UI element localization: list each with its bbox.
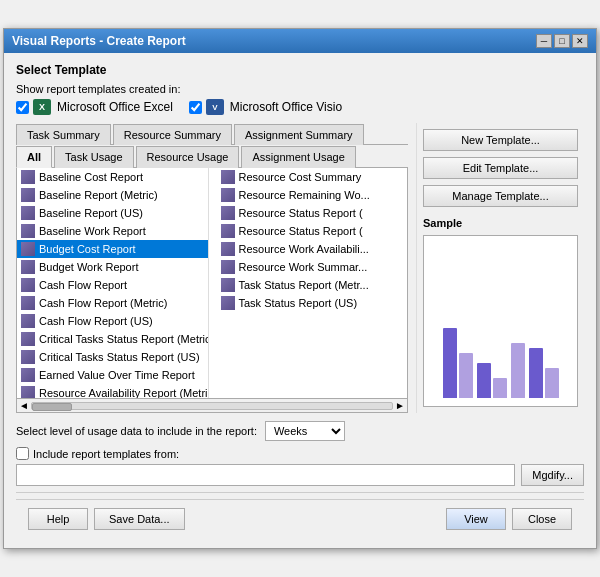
- tab-task-summary[interactable]: Task Summary: [16, 124, 111, 145]
- tab-all[interactable]: All: [16, 146, 52, 168]
- usage-label: Select level of usage data to include in…: [16, 425, 257, 437]
- visio-checkbox[interactable]: [189, 101, 202, 114]
- include-checkbox[interactable]: [16, 447, 29, 460]
- visio-icon: V: [206, 99, 224, 115]
- excel-checkbox[interactable]: [16, 101, 29, 114]
- bar: [545, 368, 559, 398]
- chart-icon: [221, 242, 235, 256]
- excel-label: Microsoft Office Excel: [57, 100, 173, 114]
- list-item[interactable]: Resource Work Availabili...: [217, 240, 408, 258]
- list-item-selected[interactable]: Budget Cost Report: [17, 240, 208, 258]
- list-item[interactable]: Task Status Report (US): [217, 294, 408, 312]
- chart-icon: [221, 260, 235, 274]
- list-item[interactable]: Budget Work Report: [17, 258, 208, 276]
- include-row: Include report templates from:: [16, 447, 584, 460]
- chart-icon: [21, 206, 35, 220]
- list-item[interactable]: Earned Value Over Time Report: [17, 366, 208, 384]
- manage-template-button[interactable]: Manage Template...: [423, 185, 578, 207]
- chart-icon: [21, 242, 35, 256]
- tabs-row2: All Task Usage Resource Usage Assignment…: [16, 145, 408, 168]
- list-item[interactable]: Resource Availability Report (Metric): [17, 384, 208, 398]
- input-row: Mgdify...: [16, 464, 584, 486]
- template-path-input[interactable]: [16, 464, 515, 486]
- minimize-button[interactable]: ─: [536, 34, 552, 48]
- chart-icon: [21, 278, 35, 292]
- chart-icon: [21, 314, 35, 328]
- maximize-button[interactable]: □: [554, 34, 570, 48]
- excel-checkbox-item: X Microsoft Office Excel: [16, 99, 173, 115]
- tab-assignment-summary[interactable]: Assignment Summary: [234, 124, 364, 145]
- scroll-right-btn[interactable]: ►: [395, 400, 405, 411]
- excel-icon: X: [33, 99, 51, 115]
- checkbox-row: X Microsoft Office Excel V Microsoft Off…: [16, 99, 584, 115]
- include-label: Include report templates from:: [33, 448, 179, 460]
- chart-icon: [21, 332, 35, 346]
- chart-icon: [21, 260, 35, 274]
- tabs-row1: Task Summary Resource Summary Assignment…: [16, 123, 408, 145]
- list-item[interactable]: Cash Flow Report: [17, 276, 208, 294]
- chart-icon: [221, 188, 235, 202]
- bar-group-2: [477, 363, 507, 398]
- tab-resource-usage[interactable]: Resource Usage: [136, 146, 240, 168]
- modify-button[interactable]: Mgdify...: [521, 464, 584, 486]
- view-button[interactable]: View: [446, 508, 506, 530]
- bar: [493, 378, 507, 398]
- list-item[interactable]: Resource Status Report (: [217, 204, 408, 222]
- tab-task-usage[interactable]: Task Usage: [54, 146, 133, 168]
- help-button[interactable]: Help: [28, 508, 88, 530]
- list-item[interactable]: Resource Cost Summary: [217, 168, 408, 186]
- chart-icon: [221, 206, 235, 220]
- chart-icon: [21, 296, 35, 310]
- show-label: Show report templates created in:: [16, 83, 584, 95]
- scroll-left-btn[interactable]: ◄: [19, 400, 29, 411]
- tab-resource-summary[interactable]: Resource Summary: [113, 124, 232, 145]
- scrollbar-thumb[interactable]: [32, 403, 72, 411]
- edit-template-button[interactable]: Edit Template...: [423, 157, 578, 179]
- list-item[interactable]: Baseline Work Report: [17, 222, 208, 240]
- bar-group-3: [511, 343, 525, 398]
- chart-icon: [21, 350, 35, 364]
- close-button[interactable]: ✕: [572, 34, 588, 48]
- right-panel: New Template... Edit Template... Manage …: [416, 123, 584, 413]
- list-item[interactable]: Critical Tasks Status Report (Metric): [17, 330, 208, 348]
- usage-row: Select level of usage data to include in…: [16, 421, 584, 441]
- visio-label: Microsoft Office Visio: [230, 100, 342, 114]
- list-item[interactable]: Baseline Report (Metric): [17, 186, 208, 204]
- save-data-button[interactable]: Save Data...: [94, 508, 185, 530]
- visio-checkbox-item: V Microsoft Office Visio: [189, 99, 342, 115]
- bar: [459, 353, 473, 398]
- footer-right: View Close: [446, 508, 572, 530]
- list-item[interactable]: Cash Flow Report (US): [17, 312, 208, 330]
- chart-icon: [221, 296, 235, 310]
- sample-chart: [423, 235, 578, 407]
- chart-icon: [21, 170, 35, 184]
- list-column-left: Baseline Cost Report Baseline Report (Me…: [17, 168, 209, 398]
- list-item[interactable]: Baseline Report (US): [17, 204, 208, 222]
- tab-assignment-usage[interactable]: Assignment Usage: [241, 146, 355, 168]
- bar-group-1: [443, 328, 473, 398]
- list-column-right: Resource Cost Summary Resource Remaining…: [217, 168, 408, 398]
- dialog-body: Select Template Show report templates cr…: [4, 53, 596, 548]
- chart-icon: [221, 224, 235, 238]
- list-item[interactable]: Resource Status Report (: [217, 222, 408, 240]
- list-item[interactable]: Task Status Report (Metr...: [217, 276, 408, 294]
- new-template-button[interactable]: New Template...: [423, 129, 578, 151]
- dialog-window: Visual Reports - Create Report ─ □ ✕ Sel…: [3, 28, 597, 549]
- footer-left: Help Save Data...: [28, 508, 185, 530]
- usage-select[interactable]: Weeks Days Months Quarters Years: [265, 421, 345, 441]
- bar: [511, 343, 525, 398]
- close-dialog-button[interactable]: Close: [512, 508, 572, 530]
- scrollbar[interactable]: ◄ ►: [16, 399, 408, 413]
- list-item[interactable]: Baseline Cost Report: [17, 168, 208, 186]
- list-item[interactable]: Resource Work Summar...: [217, 258, 408, 276]
- chart-icon: [21, 386, 35, 398]
- bar: [443, 328, 457, 398]
- chart-icon: [21, 188, 35, 202]
- bar-group-4: [529, 348, 559, 398]
- list-item[interactable]: Critical Tasks Status Report (US): [17, 348, 208, 366]
- list-item[interactable]: Cash Flow Report (Metric): [17, 294, 208, 312]
- sample-label: Sample: [423, 217, 578, 229]
- title-bar: Visual Reports - Create Report ─ □ ✕: [4, 29, 596, 53]
- scrollbar-track: [31, 402, 393, 410]
- list-item[interactable]: Resource Remaining Wo...: [217, 186, 408, 204]
